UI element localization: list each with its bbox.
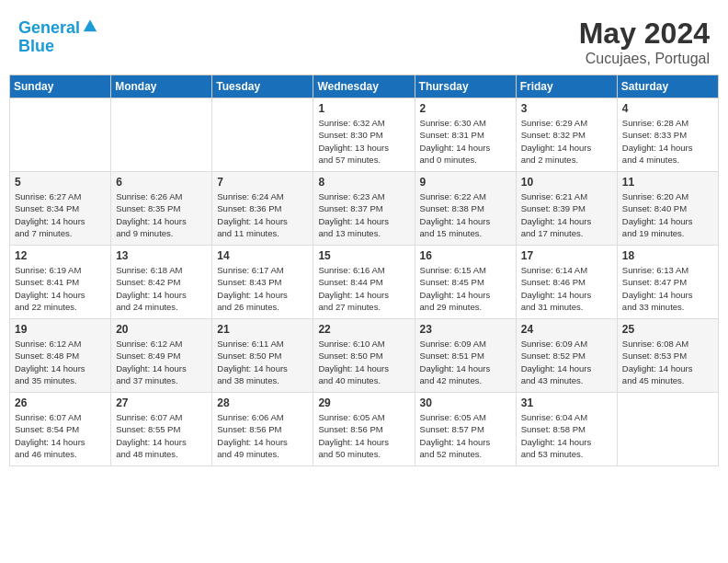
cell-line: and 46 minutes.	[15, 449, 77, 459]
calendar-cell	[10, 98, 111, 172]
cell-content: Sunrise: 6:23 AMSunset: 8:37 PMDaylight:…	[318, 190, 409, 239]
weekday-header: Monday	[111, 75, 212, 98]
cell-content: Sunrise: 6:12 AMSunset: 8:49 PMDaylight:…	[116, 338, 207, 386]
cell-content: Sunrise: 6:26 AMSunset: 8:35 PMDaylight:…	[116, 190, 207, 239]
cell-line: and 48 minutes.	[116, 449, 178, 459]
title-area: May 2024 Cucujaes, Portugal	[579, 17, 710, 67]
calendar-cell: 19Sunrise: 6:12 AMSunset: 8:48 PMDayligh…	[10, 319, 111, 393]
cell-line: and 45 minutes.	[622, 375, 685, 385]
cell-content: Sunrise: 6:09 AMSunset: 8:51 PMDaylight:…	[420, 338, 511, 386]
cell-content: Sunrise: 6:18 AMSunset: 8:42 PMDaylight:…	[116, 264, 207, 313]
cell-line: Sunset: 8:50 PM	[217, 350, 281, 361]
cell-line: Daylight: 14 hours	[420, 216, 491, 226]
day-number: 4	[622, 102, 713, 115]
calendar-week-row: 12Sunrise: 6:19 AMSunset: 8:41 PMDayligh…	[10, 246, 719, 319]
cell-line: Sunset: 8:30 PM	[318, 130, 382, 140]
day-number: 5	[15, 176, 106, 189]
cell-content: Sunrise: 6:06 AMSunset: 8:56 PMDaylight:…	[217, 411, 308, 460]
cell-line: Sunrise: 6:10 AM	[318, 339, 384, 349]
calendar-cell: 16Sunrise: 6:15 AMSunset: 8:45 PMDayligh…	[415, 246, 516, 319]
cell-line: Daylight: 14 hours	[622, 216, 693, 226]
day-number: 27	[116, 396, 207, 409]
cell-line: Daylight: 14 hours	[420, 437, 491, 447]
cell-line: Sunrise: 6:11 AM	[217, 339, 283, 349]
cell-line: Sunset: 8:48 PM	[15, 350, 79, 361]
location-title: Cucujaes, Portugal	[579, 51, 710, 67]
calendar-week-row: 19Sunrise: 6:12 AMSunset: 8:48 PMDayligh…	[10, 319, 719, 393]
cell-line: Sunrise: 6:07 AM	[116, 412, 182, 422]
cell-line: Sunrise: 6:06 AM	[217, 412, 283, 422]
cell-line: and 11 minutes.	[217, 228, 279, 238]
cell-line: Daylight: 14 hours	[15, 363, 85, 373]
day-number: 13	[116, 249, 207, 262]
cell-line: and 17 minutes.	[521, 228, 584, 238]
cell-line: and 27 minutes.	[318, 302, 381, 312]
day-number: 12	[15, 249, 106, 262]
cell-line: Sunset: 8:57 PM	[420, 424, 484, 434]
calendar-cell: 8Sunrise: 6:23 AMSunset: 8:37 PMDaylight…	[313, 172, 415, 246]
cell-line: Daylight: 14 hours	[15, 216, 85, 226]
svg-marker-0	[84, 20, 97, 32]
cell-line: and 35 minutes.	[15, 375, 77, 385]
day-number: 7	[217, 176, 308, 189]
calendar-cell: 5Sunrise: 6:27 AMSunset: 8:34 PMDaylight…	[10, 172, 111, 246]
cell-line: Sunset: 8:56 PM	[217, 424, 281, 434]
day-number: 24	[521, 323, 612, 336]
calendar-cell: 29Sunrise: 6:05 AMSunset: 8:56 PMDayligh…	[313, 393, 415, 466]
calendar-cell: 9Sunrise: 6:22 AMSunset: 8:38 PMDaylight…	[415, 172, 516, 246]
cell-line: Daylight: 14 hours	[217, 437, 288, 447]
calendar-cell: 2Sunrise: 6:30 AMSunset: 8:31 PMDaylight…	[415, 98, 516, 172]
cell-line: Sunrise: 6:21 AM	[521, 191, 587, 201]
cell-line: Daylight: 14 hours	[521, 290, 592, 300]
cell-line: and 37 minutes.	[116, 375, 178, 385]
calendar-cell: 6Sunrise: 6:26 AMSunset: 8:35 PMDaylight…	[111, 172, 212, 246]
day-number: 3	[521, 102, 612, 115]
cell-line: Sunrise: 6:14 AM	[521, 265, 587, 275]
cell-line: Sunset: 8:53 PM	[622, 350, 687, 361]
cell-content: Sunrise: 6:05 AMSunset: 8:56 PMDaylight:…	[318, 411, 409, 460]
cell-line: and 2 minutes.	[521, 155, 578, 165]
cell-line: Daylight: 14 hours	[318, 216, 389, 226]
day-number: 28	[217, 396, 308, 409]
cell-line: Sunrise: 6:05 AM	[318, 412, 384, 422]
day-number: 8	[318, 176, 409, 189]
cell-line: Sunrise: 6:18 AM	[116, 265, 182, 275]
cell-line: Sunset: 8:51 PM	[420, 350, 484, 361]
cell-line: Sunset: 8:31 PM	[420, 130, 484, 140]
cell-line: Sunrise: 6:24 AM	[217, 191, 283, 201]
cell-line: Sunset: 8:45 PM	[420, 277, 484, 287]
cell-line: and 53 minutes.	[521, 449, 584, 459]
cell-line: and 52 minutes.	[420, 449, 483, 459]
cell-line: and 9 minutes.	[116, 228, 173, 238]
cell-line: Sunrise: 6:15 AM	[420, 265, 486, 275]
cell-line: and 57 minutes.	[318, 155, 381, 165]
cell-line: Sunrise: 6:09 AM	[420, 339, 486, 349]
cell-line: Sunset: 8:42 PM	[116, 277, 180, 287]
cell-line: Sunrise: 6:12 AM	[15, 339, 81, 349]
cell-line: Sunrise: 6:26 AM	[116, 191, 182, 201]
cell-line: and 50 minutes.	[318, 449, 381, 459]
cell-line: Sunset: 8:49 PM	[116, 350, 180, 361]
cell-line: Daylight: 14 hours	[116, 363, 187, 373]
day-number: 10	[521, 176, 612, 189]
cell-content: Sunrise: 6:08 AMSunset: 8:53 PMDaylight:…	[622, 338, 713, 386]
cell-line: Sunrise: 6:16 AM	[318, 265, 384, 275]
cell-line: Sunrise: 6:05 AM	[420, 412, 486, 422]
cell-line: Sunrise: 6:29 AM	[521, 118, 587, 128]
cell-content: Sunrise: 6:27 AMSunset: 8:34 PMDaylight:…	[15, 190, 106, 239]
cell-content: Sunrise: 6:16 AMSunset: 8:44 PMDaylight:…	[318, 264, 409, 313]
day-number: 16	[420, 249, 511, 262]
weekday-header: Thursday	[415, 75, 516, 98]
day-number: 18	[622, 249, 713, 262]
day-number: 22	[318, 323, 409, 336]
calendar-cell: 3Sunrise: 6:29 AMSunset: 8:32 PMDaylight…	[516, 98, 617, 172]
cell-line: Sunset: 8:56 PM	[318, 424, 382, 434]
cell-content: Sunrise: 6:21 AMSunset: 8:39 PMDaylight:…	[521, 190, 612, 239]
day-number: 31	[521, 396, 612, 409]
cell-content: Sunrise: 6:20 AMSunset: 8:40 PMDaylight:…	[622, 190, 713, 239]
day-number: 14	[217, 249, 308, 262]
day-number: 29	[318, 396, 409, 409]
calendar-cell: 4Sunrise: 6:28 AMSunset: 8:33 PMDaylight…	[617, 98, 718, 172]
cell-line: and 13 minutes.	[318, 228, 381, 238]
calendar-cell: 24Sunrise: 6:09 AMSunset: 8:52 PMDayligh…	[516, 319, 617, 393]
